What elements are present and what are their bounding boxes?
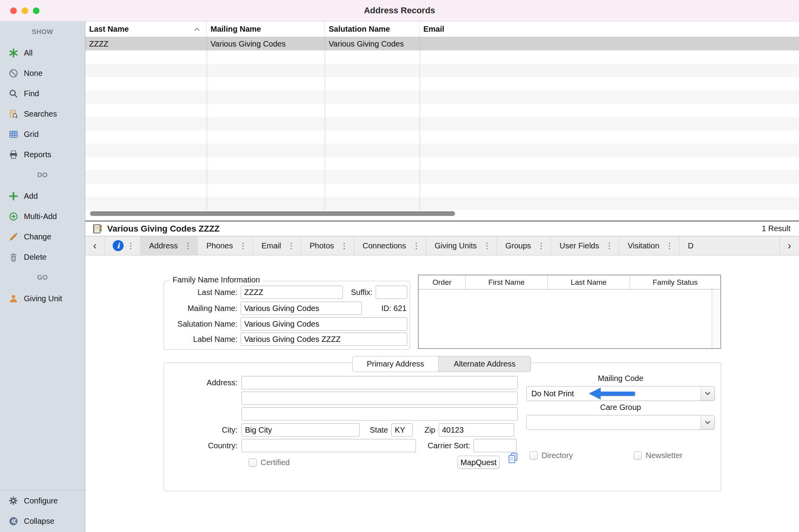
tab-connections[interactable]: Connections ⋮	[354, 236, 426, 255]
sidebar-item-label: All	[24, 49, 32, 58]
city-state-zip-row: City: State Zip	[169, 423, 514, 437]
state-field[interactable]	[391, 423, 413, 437]
tab-giving-units[interactable]: Giving Units ⋮	[426, 236, 497, 255]
sidebar-item-label: Change	[24, 232, 51, 241]
sidebar-item-find[interactable]: Find	[0, 83, 85, 104]
table-row-empty	[85, 64, 799, 77]
sidebar-item-label: Multi-Add	[24, 212, 57, 221]
close-button[interactable]	[10, 7, 17, 14]
annotation-arrow	[589, 386, 635, 401]
tab-user-fields[interactable]: User Fields ⋮	[551, 236, 619, 255]
directory-checkbox[interactable]	[529, 451, 538, 460]
tab-address[interactable]: Address ⋮	[140, 236, 198, 255]
tabs-forward-button[interactable]: ›	[779, 236, 799, 255]
certified-row: Certified	[248, 456, 290, 469]
more-options-icon[interactable]: ⋮	[662, 241, 679, 250]
address-tab-panel: Family Name Information Last Name: Suffi…	[85, 255, 799, 532]
more-options-icon[interactable]: ⋮	[337, 241, 354, 250]
last-name-row: Last Name: Suffix:	[169, 286, 407, 299]
tabs-back-button[interactable]: ‹	[85, 236, 105, 255]
records-table-rows: ZZZZ Various Giving Codes Various Giving…	[85, 37, 799, 210]
gear-icon	[8, 495, 19, 506]
last-name-field[interactable]	[241, 286, 343, 299]
chevron-down-icon	[700, 386, 714, 401]
more-options-icon[interactable]: ⋮	[480, 241, 497, 250]
sidebar-item-none[interactable]: None	[0, 63, 85, 83]
tab-groups[interactable]: Groups ⋮	[497, 236, 551, 255]
city-field[interactable]	[241, 423, 360, 437]
sidebar-item-change[interactable]: Change	[0, 226, 85, 247]
sidebar-item-multi-add[interactable]: Multi-Add	[0, 206, 85, 226]
address-line2-field[interactable]	[241, 392, 518, 405]
address-line2-row	[169, 392, 518, 405]
column-header-salutation-name[interactable]: Salutation Name	[325, 22, 419, 37]
tab-photos[interactable]: Photos ⋮	[301, 236, 354, 255]
tab-alternate-address[interactable]: Alternate Address	[439, 356, 531, 372]
table-row-empty	[85, 183, 799, 197]
table-row-empty	[85, 157, 799, 170]
mapquest-button[interactable]: MapQuest	[457, 456, 500, 469]
sidebar-item-all[interactable]: All	[0, 43, 85, 63]
sidebar-item-label: Grid	[24, 130, 39, 139]
zoom-button[interactable]	[33, 7, 40, 14]
table-row-empty	[85, 130, 799, 144]
tab-phones[interactable]: Phones ⋮	[198, 236, 253, 255]
tab-email[interactable]: Email ⋮	[253, 236, 301, 255]
carrier-sort-field[interactable]	[473, 439, 516, 452]
more-options-icon[interactable]: ⋮	[124, 241, 140, 250]
tab-visitation[interactable]: Visitation ⋮	[619, 236, 679, 255]
horizontal-scrollbar[interactable]	[90, 211, 455, 216]
minimize-button[interactable]	[22, 7, 28, 14]
sidebar-item-delete[interactable]: Delete	[0, 247, 85, 267]
label-name-field[interactable]	[241, 332, 407, 346]
result-count: 1 Result	[762, 224, 790, 233]
sidebar-item-collapse[interactable]: Collapse	[0, 511, 85, 531]
address-line3-field[interactable]	[241, 407, 518, 421]
sidebar-item-add[interactable]: Add	[0, 186, 85, 206]
table-row-selected[interactable]: ZZZZ Various Giving Codes Various Giving…	[85, 37, 799, 50]
table-row-empty	[85, 197, 799, 210]
suffix-field[interactable]	[376, 286, 407, 299]
sidebar-item-label: Giving Unit	[24, 294, 62, 303]
copy-icon[interactable]	[507, 452, 518, 466]
column-header-email[interactable]: Email	[419, 22, 799, 37]
members-column-family-status: Family Status	[630, 275, 720, 289]
zip-field[interactable]	[439, 423, 514, 437]
salutation-row: Salutation Name:	[169, 317, 407, 331]
records-table-header: Last Name Mailing Name Salutation Name E…	[85, 22, 799, 37]
more-options-icon[interactable]: ⋮	[284, 241, 301, 250]
collapse-chevrons-icon	[8, 516, 19, 527]
sidebar-item-label: Add	[24, 192, 38, 201]
tab-info[interactable]: i ⋮	[105, 236, 140, 255]
sidebar-item-searches[interactable]: Searches	[0, 104, 85, 124]
address-book-icon	[92, 223, 103, 234]
chevron-down-icon	[700, 415, 714, 430]
more-options-icon[interactable]: ⋮	[236, 241, 252, 250]
more-options-icon[interactable]: ⋮	[534, 241, 551, 250]
newsletter-row: Newsletter	[633, 451, 682, 460]
sidebar-item-giving-unit[interactable]: Giving Unit	[0, 288, 85, 309]
more-options-icon[interactable]: ⋮	[602, 241, 619, 250]
newsletter-checkbox[interactable]	[633, 451, 642, 460]
care-group-select[interactable]	[526, 415, 715, 430]
more-options-icon[interactable]: ⋮	[409, 241, 426, 250]
tab-truncated[interactable]: D	[679, 236, 779, 255]
sidebar-item-configure[interactable]: Configure	[0, 491, 85, 511]
table-row-empty	[85, 90, 799, 104]
column-header-last-name[interactable]: Last Name	[85, 22, 207, 37]
record-title: Various Giving Codes ZZZZ	[107, 224, 220, 234]
more-options-icon[interactable]: ⋮	[181, 241, 197, 250]
tab-primary-address[interactable]: Primary Address	[352, 356, 439, 372]
vertical-scrollbar-track[interactable]	[712, 289, 720, 348]
address-line1-field[interactable]	[241, 376, 518, 389]
mailing-name-field[interactable]	[241, 302, 362, 315]
certified-checkbox[interactable]	[248, 458, 257, 467]
sidebar-item-grid[interactable]: Grid	[0, 124, 85, 144]
sidebar-item-reports[interactable]: Reports	[0, 144, 85, 165]
salutation-field[interactable]	[241, 317, 407, 331]
table-row-empty	[85, 144, 799, 157]
sidebar-item-label: Configure	[24, 496, 58, 505]
column-header-mailing-name[interactable]: Mailing Name	[207, 22, 325, 37]
members-table: Order First Name Last Name Family Status	[418, 275, 721, 349]
country-field[interactable]	[241, 439, 416, 452]
